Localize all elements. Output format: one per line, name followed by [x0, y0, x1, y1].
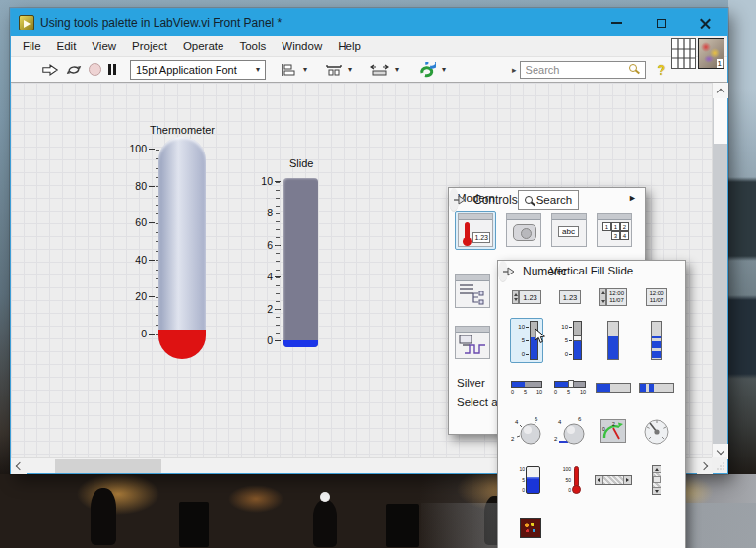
palette-item-horizontal-fill-slide[interactable]: 0510 [506, 381, 547, 395]
slide-control[interactable] [284, 178, 318, 347]
select-a-control-item[interactable]: Select a [457, 396, 498, 408]
palette-item-timestamp-control[interactable]: 12:00 11/07 [593, 288, 634, 306]
resize-objects-button[interactable]: ▾ [367, 59, 402, 81]
color-box-glyph [520, 518, 541, 538]
svg-text:0: 0 [602, 426, 605, 432]
menu-tools[interactable]: Tools [231, 36, 274, 56]
maximize-button[interactable] [639, 9, 683, 36]
palette-item-thermometer[interactable]: 100500 [549, 466, 591, 494]
vertical-scroll-thumb[interactable] [714, 98, 727, 144]
palette-item-vertical-progress-bar[interactable] [593, 321, 634, 360]
pin-icon[interactable] [453, 194, 468, 205]
thermometer-glyph [572, 466, 581, 494]
help-button[interactable]: ? [658, 62, 666, 78]
scroll-left-button[interactable] [11, 458, 27, 474]
window-title: Using tools palette in LabView.vi Front … [40, 16, 282, 30]
fill-slide-glyph [511, 381, 542, 388]
scrollbar-glyph [595, 475, 632, 485]
abort-button[interactable] [86, 59, 104, 81]
date-text: 11/07 [650, 297, 664, 304]
chevron-down-icon [717, 446, 724, 454]
palette-item-vertical-graduated-bar[interactable] [636, 321, 677, 360]
pause-button[interactable] [104, 59, 120, 81]
close-button[interactable] [683, 9, 727, 36]
palette-item-vertical-fill-slide[interactable]: 1050 [510, 318, 543, 363]
tank-glyph [526, 466, 540, 494]
grid-icon [672, 39, 695, 68]
knob-glyph: 2 4 6 [508, 414, 545, 448]
run-continuously-button[interactable] [62, 59, 86, 81]
palette-item-list-table-tree[interactable] [455, 274, 490, 308]
menu-window[interactable]: Window [274, 36, 330, 56]
title-bar[interactable]: Using tools palette in LabView.vi Front … [11, 9, 727, 36]
vertical-scrollbar[interactable] [712, 83, 727, 459]
chevron-left-icon [16, 462, 24, 470]
menu-file[interactable]: File [15, 36, 49, 56]
gauge-glyph [642, 416, 671, 446]
time-text: 12:00 [609, 290, 624, 297]
toolbar-search-input[interactable] [520, 61, 646, 79]
vi-icon-button[interactable]: 1 [698, 38, 724, 69]
search-expander-icon[interactable]: ▸ [512, 65, 517, 75]
scroll-up-button[interactable] [713, 83, 728, 98]
time-text: 12:00 [649, 290, 663, 297]
mini-scale: 1050 [513, 467, 525, 493]
pause-icon [108, 64, 111, 75]
palette-item-gauge[interactable] [636, 416, 677, 446]
date-text: 11/07 [609, 297, 624, 304]
palette-item-vertical-scrollbar[interactable] [636, 465, 677, 495]
menu-operate[interactable]: Operate [175, 36, 232, 56]
thermometer-control[interactable] [158, 137, 206, 359]
numeric-palette-header: Numeric [498, 261, 508, 282]
run-button[interactable] [38, 59, 62, 81]
palette-item-timestamp-indicator[interactable]: 12:00 11/07 [636, 288, 677, 306]
palette-item-boolean[interactable] [506, 213, 541, 247]
menu-view[interactable]: View [84, 36, 124, 56]
search-icon [525, 196, 533, 204]
svg-text:6: 6 [535, 416, 538, 422]
alignment-grid-button[interactable] [671, 38, 696, 69]
tick-label: 60 [119, 217, 155, 228]
scroll-right-button[interactable] [697, 458, 713, 474]
category-silver[interactable]: Silver [457, 377, 485, 389]
run-continuously-icon [65, 62, 83, 78]
menu-edit[interactable]: Edit [49, 36, 85, 56]
palette-item-meter[interactable]: 0 2 [593, 419, 634, 443]
palette-item-horizontal-graduated-bar[interactable] [636, 383, 677, 393]
menu-help[interactable]: Help [330, 36, 369, 56]
chevron-right-icon: ► [628, 193, 637, 203]
align-objects-button[interactable]: ▾ [278, 59, 310, 81]
palette-item-knob[interactable]: 2 4 6 [506, 414, 547, 448]
palette-item-vertical-pointer-slide[interactable]: 1050 [549, 321, 591, 360]
palette-item-string-path[interactable]: abc [551, 213, 587, 247]
palette-item-numeric-indicator[interactable]: 1.23 [549, 290, 591, 304]
align-objects-icon [281, 63, 297, 77]
window-resize-corner[interactable] [712, 457, 727, 473]
menu-project[interactable]: Project [124, 36, 175, 56]
controls-palette-header: Controls Search [449, 188, 459, 212]
palette-item-horizontal-progress-bar[interactable] [593, 383, 634, 393]
numeric-glyph: 1.23 [472, 232, 490, 243]
pin-icon[interactable] [502, 266, 517, 276]
distribute-objects-button[interactable]: ▾ [322, 59, 355, 81]
palette-item-framed-color-box[interactable] [510, 518, 551, 538]
meter-glyph: 0 2 [600, 419, 626, 443]
graduated-bar-glyph [639, 383, 674, 393]
palette-item-graph[interactable] [455, 326, 490, 359]
reorder-button[interactable]: ▾ [413, 59, 449, 81]
palette-item-array-cluster[interactable]: 11234 [597, 213, 632, 247]
array-cell: 1 [602, 222, 611, 231]
minimize-button[interactable] [595, 9, 639, 36]
palette-item-horizontal-pointer-slide[interactable]: 0510 [549, 381, 591, 395]
numeric-row-6 [498, 507, 685, 548]
font-selector[interactable]: 15pt Application Font ▾ [130, 60, 266, 80]
thermometer-scale: 100 80 60 40 20 0 [119, 144, 155, 339]
numeric-row-2: 1050 1050 [498, 314, 685, 367]
horizontal-scroll-thumb[interactable] [55, 459, 161, 473]
palette-item-dial[interactable]: 2 4 6 [549, 414, 591, 448]
palette-item-numeric[interactable]: 1.23 [455, 211, 496, 250]
palette-item-tank[interactable]: 1050 [506, 466, 547, 494]
palette-item-numeric-control[interactable]: 1.23 [506, 290, 547, 304]
palette-item-horizontal-scrollbar[interactable] [593, 475, 634, 485]
controls-search-button[interactable]: Search [518, 190, 579, 210]
